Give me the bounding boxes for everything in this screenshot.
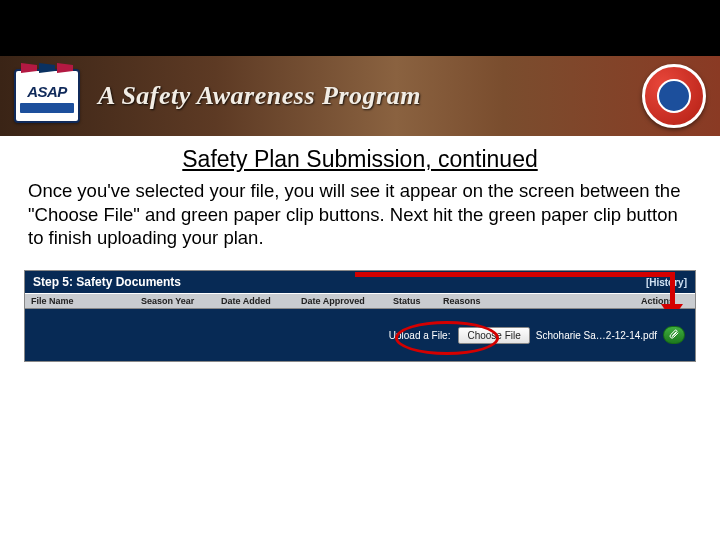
top-black-bar (0, 0, 720, 56)
col-season-year: Season Year (135, 294, 215, 308)
col-file-name: File Name (25, 294, 135, 308)
upload-row: Upload a File: Choose File Schoharie Sa…… (25, 309, 695, 361)
history-link[interactable]: [History] (646, 277, 687, 288)
upload-label: Upload a File: (389, 330, 451, 341)
banner-title: A Safety Awareness Program (98, 81, 421, 111)
asap-logo: ASAP (14, 69, 80, 123)
selected-filename: Schoharie Sa…2-12-14.pdf (536, 330, 657, 341)
col-date-added: Date Added (215, 294, 295, 308)
page-title: Safety Plan Submission, continued (24, 146, 696, 173)
step-header: Step 5: Safety Documents [History] (25, 271, 695, 293)
little-league-logo (642, 64, 706, 128)
col-date-approved: Date Approved (295, 294, 387, 308)
instruction-text: Once you've selected your file, you will… (28, 179, 692, 250)
col-reasons: Reasons (437, 294, 635, 308)
asap-logo-text: ASAP (27, 83, 67, 100)
paperclip-upload-button[interactable] (663, 326, 685, 344)
table-header-row: File Name Season Year Date Added Date Ap… (25, 293, 695, 309)
col-status: Status (387, 294, 437, 308)
step-heading-text: Step 5: Safety Documents (33, 275, 181, 289)
paperclip-icon (668, 329, 680, 341)
safety-documents-panel: Step 5: Safety Documents [History] File … (24, 270, 696, 362)
program-banner: ASAP A Safety Awareness Program (0, 56, 720, 136)
col-actions: Actions (635, 294, 695, 308)
choose-file-button[interactable]: Choose File (458, 327, 529, 344)
